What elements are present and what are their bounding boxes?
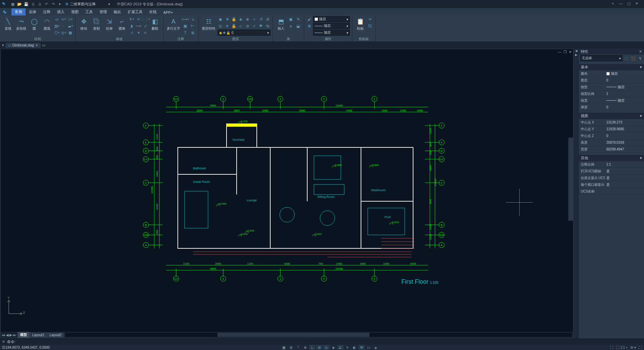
ortho-toggle[interactable]: ∟ xyxy=(309,345,315,350)
property-row[interactable]: 宽度60299.4947 xyxy=(579,146,644,153)
layout-tab-2[interactable]: Layout2 xyxy=(47,332,65,338)
view-close-icon[interactable]: ✕ xyxy=(569,50,572,54)
layout-tab-model[interactable]: 模型 xyxy=(17,332,30,338)
array-icon[interactable]: ⋮⋮ xyxy=(142,16,148,22)
move-button[interactable]: ✥移动 xyxy=(78,16,90,32)
rect-icon[interactable]: ▭ xyxy=(54,16,60,22)
qat-print-icon[interactable]: ⎙ xyxy=(37,1,42,7)
ribbon-tab-annotate[interactable]: 注释 xyxy=(40,8,54,15)
qat-save-icon[interactable]: 💾 xyxy=(24,1,29,7)
layer-state-icon[interactable]: ⚑ xyxy=(258,23,264,29)
view-restore-icon[interactable]: ❐ xyxy=(563,50,567,54)
revcloud-icon[interactable]: ☁ xyxy=(67,23,73,29)
copy-clip-icon[interactable]: ⿻ xyxy=(367,23,373,29)
vertical-scrollbar[interactable] xyxy=(568,55,573,332)
property-row[interactable]: 图层0 xyxy=(579,77,644,84)
text-icon[interactable]: T xyxy=(182,30,188,36)
layout-last-icon[interactable]: ⏭ xyxy=(13,333,16,337)
property-row[interactable]: 颜色随层 xyxy=(579,70,644,77)
rotate-icon[interactable]: ↻ xyxy=(129,16,135,22)
point-icon[interactable]: · xyxy=(61,23,67,29)
polygon-icon[interactable]: ⬡ xyxy=(54,30,60,36)
offset-icon[interactable]: ⫽ xyxy=(129,30,135,36)
property-row[interactable]: 注释比例1:1 xyxy=(579,161,644,168)
match-prop-icon[interactable]: 🖌 xyxy=(306,16,312,22)
layer-freeze-icon[interactable]: ❄ xyxy=(224,16,230,22)
3dosnap-toggle[interactable]: ◈ xyxy=(330,345,336,350)
ribbon-tab-view[interactable]: 视图 xyxy=(68,8,82,15)
ribbon-tab-output[interactable]: 输出 xyxy=(110,8,124,15)
property-row[interactable]: 打开UCS图标是 xyxy=(579,168,644,175)
line-button[interactable]: ╲直线 xyxy=(2,16,14,32)
block-create-icon[interactable]: ▣ xyxy=(288,16,294,22)
circle-button[interactable]: ◯圆 xyxy=(28,16,40,32)
layer-cur-icon[interactable]: ✓ xyxy=(251,23,257,29)
layer-thaw-icon[interactable]: ☀ xyxy=(224,23,230,29)
otrack-toggle[interactable]: ∠ xyxy=(337,345,344,350)
align-icon[interactable]: ≡ xyxy=(142,30,148,36)
fillet-button[interactable]: ⌐圆角 xyxy=(116,16,128,32)
property-row[interactable]: 在原点显示 UCS...是 xyxy=(579,175,644,181)
ribbon-tab-app[interactable]: APP+ xyxy=(160,9,176,15)
block-attr-icon[interactable]: a xyxy=(288,23,294,29)
layer-on-icon[interactable]: ◎ xyxy=(217,23,224,29)
workspace-selector[interactable]: ⚙ 二维草图与注释 ▾ xyxy=(65,2,110,7)
property-row[interactable]: 线型 随层 xyxy=(579,84,644,91)
dynamic-input-toggle[interactable]: ⊕ xyxy=(302,345,308,350)
linetype-combo[interactable]: 随层▾ xyxy=(313,23,350,29)
property-row[interactable]: 线型比例1 xyxy=(579,91,644,97)
cycle-toggle[interactable]: ⟳ xyxy=(359,345,365,350)
close-tab-icon[interactable]: ✕ xyxy=(35,43,38,47)
paste-button[interactable]: 📋粘贴 xyxy=(354,16,366,32)
model-space-indicator[interactable]: ⛶ xyxy=(610,346,613,349)
layer-merge-icon[interactable]: ⊕ xyxy=(244,16,250,22)
panel-collapse-grip[interactable]: ◀▶ xyxy=(574,48,578,339)
quick-select-icon[interactable]: ⬚ xyxy=(624,56,629,61)
layer-off-icon[interactable]: ◉ xyxy=(217,16,224,22)
scale-icon[interactable]: ⤢ xyxy=(142,23,148,29)
workspace-switch-icon[interactable]: ⚙ ▾ xyxy=(630,346,636,349)
lineweight-combo[interactable]: 随层▾ xyxy=(313,30,350,36)
erase-button[interactable]: ◧删除 xyxy=(149,16,161,32)
property-row[interactable]: 线宽 随层 xyxy=(579,97,644,104)
leader-icon[interactable]: ↘ xyxy=(190,16,196,22)
copy-button[interactable]: ⿻复制 xyxy=(90,16,103,32)
layer-uniso-icon[interactable]: ◇ xyxy=(238,23,244,29)
selection-combo[interactable]: 无选择▾ xyxy=(580,55,622,61)
mirror-icon[interactable]: ⧗ xyxy=(129,23,135,29)
drawing-canvas[interactable]: — ❐ ✕ 1/121/2345 1/12345 FED1/CCB1/BAFED… xyxy=(0,49,573,338)
layout-prev-icon[interactable]: ◀ xyxy=(6,333,9,337)
ribbon-tab-solid[interactable]: 实体 xyxy=(26,8,40,15)
mtext-button[interactable]: A多行文字 xyxy=(165,16,182,32)
layer-iso-icon[interactable]: ◈ xyxy=(238,16,244,22)
lwt-toggle[interactable]: ≡ xyxy=(345,345,351,350)
block-edit-icon[interactable]: ✎ xyxy=(295,16,301,22)
qat-open-icon[interactable]: 📂 xyxy=(17,1,22,7)
transparency-toggle[interactable]: ◐ xyxy=(352,345,358,350)
layer-unlock-icon[interactable]: 🔓 xyxy=(231,23,237,29)
property-row[interactable]: UCS名称 xyxy=(579,188,644,195)
dim-linear-icon[interactable]: ⟷ xyxy=(182,16,188,22)
region-icon[interactable]: ▦ xyxy=(67,30,73,36)
property-row[interactable]: 中心点 X13139.273 xyxy=(579,119,644,126)
hatch-icon[interactable]: ▨ xyxy=(54,23,60,29)
layer-properties-button[interactable]: ☷图层特性 xyxy=(201,16,217,32)
coordinates[interactable]: 31184.8073, 6349.5437, 0.0000 xyxy=(2,346,50,349)
field-icon[interactable]: ⊞ xyxy=(190,30,196,36)
layer-current-combo[interactable]: ◉❄🔓0▾ xyxy=(217,30,271,36)
table-icon[interactable]: ▦ xyxy=(182,23,188,29)
command-line[interactable]: ✕ 命令: xyxy=(0,339,644,345)
annotation-scale[interactable]: ⛶ 1:1 ▾ xyxy=(616,346,628,349)
prop-group-header[interactable]: 视图▾ xyxy=(579,113,644,119)
ribbon-tab-online[interactable]: 在线 xyxy=(146,8,160,15)
document-tab[interactable]: ▭ Dimbreak.dwg ✕ xyxy=(5,43,41,48)
property-row[interactable]: 厚度0 xyxy=(579,104,644,111)
prop-group-header[interactable]: 基本▾ xyxy=(579,64,644,70)
layer-match-icon[interactable]: ≈ xyxy=(251,16,257,22)
polyline-button[interactable]: ⤳多段线 xyxy=(15,16,28,32)
horizontal-scrollbar[interactable] xyxy=(66,333,572,337)
osnap-toggle[interactable]: ◇ xyxy=(323,345,329,350)
add-document-button[interactable]: ▭ xyxy=(41,43,47,47)
grid-toggle[interactable]: ▦ xyxy=(281,345,287,350)
close-panel-icon[interactable]: ✕ xyxy=(639,49,642,54)
